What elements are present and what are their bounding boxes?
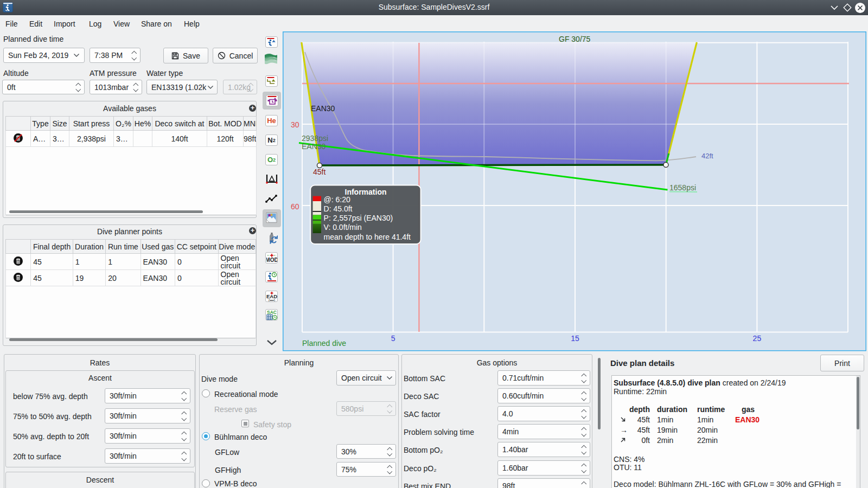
svg-text:GF 30/75: GF 30/75 (559, 35, 591, 43)
svg-text:42ft: 42ft (701, 152, 713, 160)
svg-text:V: 0.0ft/min: V: 0.0ft/min (324, 223, 362, 232)
svg-text:45ft: 45ft (313, 168, 326, 176)
svg-text:60: 60 (291, 202, 299, 211)
svg-text:EAN30: EAN30 (311, 104, 335, 113)
svg-text:1658psi: 1658psi (669, 183, 696, 192)
svg-text:MOD: MOD (266, 256, 277, 262)
svg-text:EAN30: EAN30 (302, 142, 326, 151)
svg-text:(•••): (•••) (268, 298, 275, 302)
svg-text:25: 25 (753, 334, 762, 343)
svg-text:Information: Information (345, 188, 387, 196)
svg-text:2938psi: 2938psi (302, 134, 328, 143)
svg-text:30: 30 (291, 120, 299, 129)
svg-text:mean depth to here 41.4ft: mean depth to here 41.4ft (324, 233, 411, 241)
svg-text:Planned dive: Planned dive (302, 339, 346, 348)
svg-text:SAC: SAC (267, 310, 277, 315)
svg-text:15: 15 (571, 334, 579, 343)
svg-text:P: 2,557psi (EAN30): P: 2,557psi (EAN30) (324, 214, 393, 222)
svg-text:@: 6:20: @: 6:20 (324, 195, 350, 204)
svg-text:D: 45.0ft: D: 45.0ft (324, 204, 353, 213)
svg-text:5: 5 (391, 334, 395, 343)
